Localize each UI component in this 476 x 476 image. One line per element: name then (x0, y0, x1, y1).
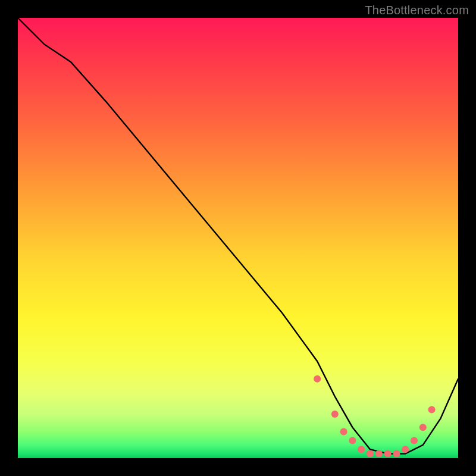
plot-area (18, 18, 458, 458)
marker-dot (419, 424, 427, 431)
bottleneck-curve (18, 18, 458, 454)
marker-dot (358, 446, 365, 453)
marker-dot (411, 437, 418, 444)
marker-dot (393, 450, 400, 458)
marker-dot (314, 375, 321, 383)
marker-dot (349, 437, 356, 444)
chart-root: TheBottleneck.com (0, 0, 476, 476)
optimal-zone-markers (314, 375, 435, 458)
marker-dot (340, 428, 347, 436)
marker-dot (367, 450, 374, 458)
marker-dot (402, 446, 409, 453)
marker-dot (331, 411, 339, 418)
marker-dot (384, 450, 392, 458)
marker-dot (375, 450, 383, 458)
watermark-text: TheBottleneck.com (365, 4, 469, 17)
marker-dot (428, 406, 436, 414)
curve-layer (18, 18, 458, 458)
